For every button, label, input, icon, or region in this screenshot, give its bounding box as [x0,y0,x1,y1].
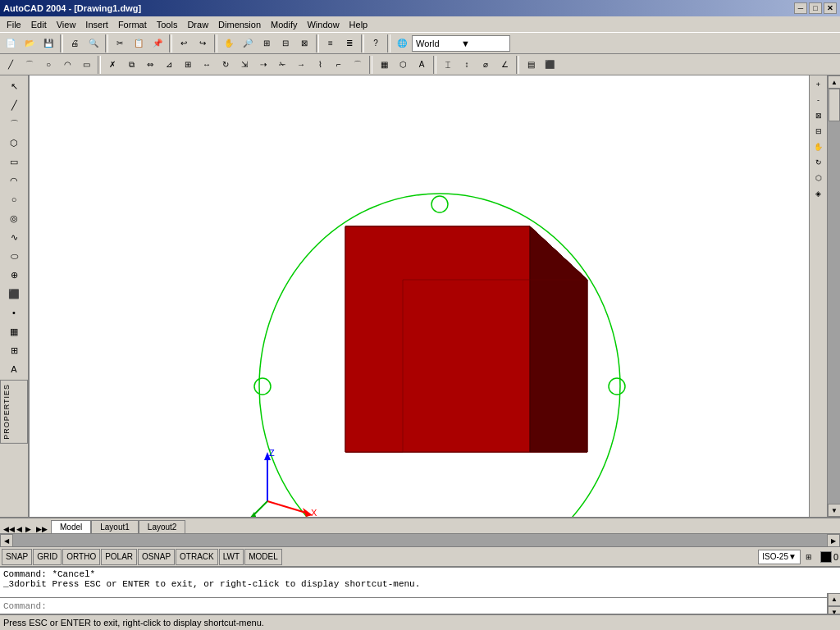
tb2-arc[interactable]: ◠ [58,56,76,74]
rt-pan[interactable]: ✋ [811,139,826,154]
lt-ellipse[interactable]: ⬭ [5,247,23,265]
rt-zoom-extent[interactable]: ⊠ [811,108,826,123]
tb-zoom-ext[interactable]: ⊠ [295,34,313,52]
tb2-copy-obj[interactable]: ⧉ [122,56,140,74]
tb2-line[interactable]: ╱ [2,56,20,74]
tb2-fillet[interactable]: ⌒ [349,56,367,74]
tab-nav-prev[interactable]: ◀ [16,525,22,533]
properties-tab[interactable]: PROPERTIES [0,380,28,444]
bt-otrack[interactable]: OTRACK [176,549,218,565]
scroll-track[interactable] [828,89,840,504]
rt-zoom-in[interactable]: + [811,77,826,92]
lt-arc[interactable]: ◠ [5,171,23,189]
scroll-down-btn[interactable]: ▼ [828,504,840,517]
rt-orbit[interactable]: ↻ [811,155,826,170]
tb2-move[interactable]: ↔ [198,56,216,74]
menu-window[interactable]: Window [302,18,344,31]
tb2-rect[interactable]: ▭ [77,56,95,74]
current-color-swatch[interactable] [820,551,832,563]
lt-rect[interactable]: ▭ [5,153,23,171]
maximize-button[interactable]: □ [809,2,822,14]
tb2-scale[interactable]: ⇲ [235,56,253,74]
tab-model[interactable]: Model [51,520,91,533]
lt-circle[interactable]: ○ [5,190,23,208]
tb2-dim-linear[interactable]: ⌶ [439,56,457,74]
tb-pan[interactable]: ✋ [220,34,238,52]
lt-spline[interactable]: ∿ [5,228,23,246]
tb2-erase[interactable]: ✗ [103,56,121,74]
bt-lweight[interactable]: LWT [219,549,244,565]
tb-matchprop[interactable]: ≣ [340,34,358,52]
tb-zoom[interactable]: 🔎 [239,34,257,52]
hscroll-track[interactable] [13,534,827,546]
ucs-dropdown[interactable]: World ▼ [412,35,510,52]
scroll-up-btn[interactable]: ▲ [828,75,840,89]
tb2-text[interactable]: A [413,56,431,74]
bt-lineweight-icon[interactable]: ⊞ [801,550,816,564]
menu-view[interactable]: View [52,18,81,31]
tb2-block[interactable]: ⬛ [541,56,559,74]
menu-edit[interactable]: Edit [26,18,52,31]
rt-zoom-prev[interactable]: ⊟ [811,124,826,139]
lt-donut[interactable]: ◎ [5,209,23,227]
tb-cut[interactable]: ✂ [111,34,129,52]
tb-undo[interactable]: ↩ [175,34,193,52]
tb-new[interactable]: 📄 [2,34,20,52]
lt-block[interactable]: ⬛ [5,285,23,303]
bt-model[interactable]: MODEL [244,549,282,565]
tb2-array[interactable]: ⊞ [179,56,197,74]
canvas-area[interactable]: Z X Y [30,75,809,517]
lt-point[interactable]: • [5,304,23,322]
lt-text[interactable]: A [5,360,23,378]
tb2-dim-aligned[interactable]: ↕ [458,56,476,74]
tb-preview[interactable]: 🔍 [84,34,103,52]
tb2-region[interactable]: ⬡ [394,56,412,74]
tb-save[interactable]: 💾 [39,34,57,52]
menu-format[interactable]: Format [113,18,152,31]
tb-properties[interactable]: ≡ [322,34,340,52]
tb-print[interactable]: 🖨 [66,34,84,52]
tb2-rotate[interactable]: ↻ [217,56,235,74]
tab-layout1[interactable]: Layout1 [91,520,139,533]
menu-dimension[interactable]: Dimension [213,18,266,31]
command-input-area[interactable]: ▲ ▼ [0,597,840,614]
lt-hatch[interactable]: ▦ [5,322,23,340]
menu-draw[interactable]: Draw [182,18,213,31]
tb2-trim[interactable]: ✁ [273,56,291,74]
tb-redo[interactable]: ↪ [194,34,212,52]
scroll-thumb[interactable] [829,89,840,121]
bt-grid[interactable]: GRID [33,549,62,565]
menu-help[interactable]: Help [345,18,373,31]
lt-line[interactable]: ╱ [5,96,23,114]
lt-polyline[interactable]: ⌒ [5,115,23,133]
bt-polar[interactable]: POLAR [101,549,137,565]
tb2-chamfer[interactable]: ⌐ [330,56,348,74]
cmd-scroll-up[interactable]: ▲ [828,593,840,606]
tb2-offset[interactable]: ⊿ [160,56,178,74]
tb2-dim-ang[interactable]: ∠ [495,56,514,74]
tab-nav-last[interactable]: ▶▶ [36,525,48,533]
tb-copy[interactable]: 📋 [130,34,148,52]
tb2-polyline[interactable]: ⌒ [21,56,39,74]
rt-3d-view[interactable]: ⬡ [811,171,826,185]
lt-polygon[interactable]: ⬡ [5,134,23,152]
tab-nav-next[interactable]: ▶ [25,525,31,533]
bt-snap[interactable]: SNAP [2,549,32,565]
tab-nav-first[interactable]: ◀◀ [3,525,15,533]
menu-file[interactable]: File [2,18,26,31]
bt-ortho[interactable]: ORTHO [62,549,100,565]
tb2-hatch[interactable]: ▦ [375,56,393,74]
tb-zoom-window[interactable]: ⊞ [258,34,276,52]
tab-layout2[interactable]: Layout2 [139,520,186,533]
menu-insert[interactable]: Insert [80,18,113,31]
tb2-dim-rad[interactable]: ⌀ [477,56,495,74]
vertical-scrollbar[interactable]: ▲ ▼ [827,75,840,517]
tb2-mirror[interactable]: ⇔ [141,56,159,74]
minimize-button[interactable]: ─ [794,2,807,14]
rt-zoom-out[interactable]: - [811,93,826,107]
ucs-dropdown-arrow[interactable]: ▼ [461,39,506,48]
menu-tools[interactable]: Tools [152,18,183,31]
horizontal-scrollbar[interactable]: ◀ ▶ [0,533,840,546]
close-button[interactable]: ✕ [824,2,837,14]
tb2-circle[interactable]: ○ [39,56,57,74]
